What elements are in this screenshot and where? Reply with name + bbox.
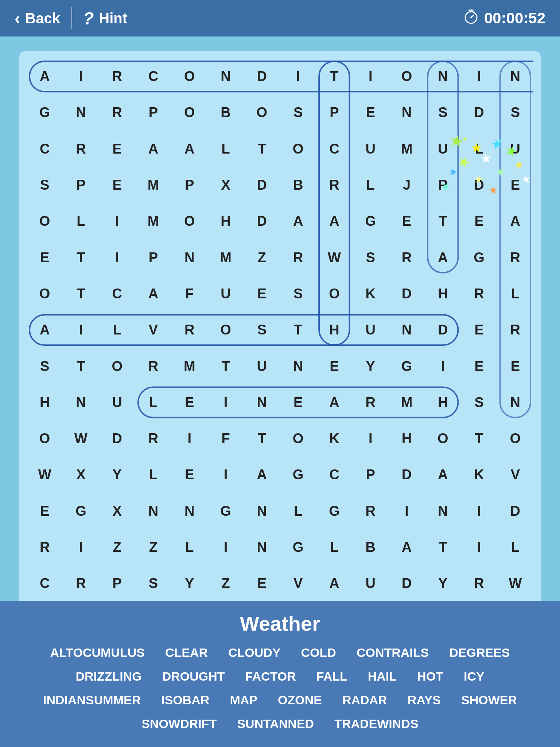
grid-cell[interactable]: A xyxy=(135,276,171,312)
grid-cell[interactable]: G xyxy=(316,493,352,529)
grid-cell[interactable]: Y xyxy=(425,565,461,601)
grid-cell[interactable]: N xyxy=(244,384,280,421)
grid-cell[interactable]: U xyxy=(353,131,389,167)
grid-cell[interactable]: V xyxy=(497,457,533,493)
grid-cell[interactable]: L xyxy=(497,529,533,565)
grid-cell[interactable]: O xyxy=(497,421,533,457)
grid-cell[interactable]: E xyxy=(280,384,316,421)
grid-cell[interactable]: I xyxy=(63,529,99,565)
grid-cell[interactable]: A xyxy=(425,239,461,275)
grid-cell[interactable]: O xyxy=(280,131,316,167)
grid-cell[interactable]: E xyxy=(244,565,280,601)
grid-cell[interactable]: L xyxy=(135,384,171,421)
grid-cell[interactable]: U xyxy=(353,312,389,348)
grid-cell[interactable]: N xyxy=(425,493,461,529)
grid-cell[interactable]: O xyxy=(99,348,135,384)
grid-cell[interactable]: S xyxy=(244,312,280,348)
grid-cell[interactable]: H xyxy=(316,312,352,348)
grid-cell[interactable]: G xyxy=(461,239,497,275)
grid-cell[interactable]: E xyxy=(353,94,389,131)
grid-cell[interactable]: N xyxy=(244,529,280,565)
grid-cell[interactable]: G xyxy=(280,529,316,565)
grid-cell[interactable]: E xyxy=(171,457,207,493)
grid-cell[interactable]: R xyxy=(135,421,171,457)
grid-cell[interactable]: M xyxy=(389,384,425,421)
grid-cell[interactable]: I xyxy=(389,493,425,529)
grid-cell[interactable]: V xyxy=(280,565,316,601)
grid-cell[interactable]: A xyxy=(27,312,63,348)
grid-cell[interactable]: L xyxy=(63,203,99,239)
grid-cell[interactable]: N xyxy=(280,348,316,384)
grid-cell[interactable]: G xyxy=(27,94,63,131)
grid-cell[interactable]: X xyxy=(63,457,99,493)
grid-cell[interactable]: H xyxy=(27,384,63,421)
grid-cell[interactable]: E xyxy=(27,239,63,275)
grid-cell[interactable]: P xyxy=(353,457,389,493)
grid-cell[interactable]: H xyxy=(207,203,244,239)
grid-cell[interactable]: M xyxy=(171,348,207,384)
grid-cell[interactable]: I xyxy=(353,58,389,94)
grid-cell[interactable]: S xyxy=(461,384,497,421)
grid-cell[interactable]: O xyxy=(280,421,316,457)
grid-cell[interactable]: S xyxy=(27,348,63,384)
grid-cell[interactable]: I xyxy=(207,529,244,565)
grid-cell[interactable]: A xyxy=(316,203,352,239)
grid-cell[interactable]: V xyxy=(135,312,171,348)
grid-cell[interactable]: R xyxy=(99,58,135,94)
grid-cell[interactable]: I xyxy=(280,58,316,94)
grid-cell[interactable]: S xyxy=(353,239,389,275)
grid-cell[interactable]: A xyxy=(497,203,533,239)
grid-cell[interactable]: H xyxy=(389,421,425,457)
grid-cell[interactable]: W xyxy=(497,565,533,601)
word-search-grid[interactable]: AIRCONDITIONINGNRPOBOSPENSDSCREAALTOCUMU… xyxy=(27,58,533,674)
grid-cell[interactable]: Y xyxy=(171,565,207,601)
grid-cell[interactable]: Z xyxy=(99,529,135,565)
grid-cell[interactable]: S xyxy=(280,94,316,131)
grid-cell[interactable]: O xyxy=(171,203,207,239)
grid-cell[interactable]: D xyxy=(244,167,280,203)
grid-cell[interactable]: O xyxy=(27,421,63,457)
grid-cell[interactable]: C xyxy=(27,131,63,167)
grid-cell[interactable]: N xyxy=(389,312,425,348)
grid-cell[interactable]: W xyxy=(316,239,352,275)
grid-cell[interactable]: D xyxy=(497,493,533,529)
grid-cell[interactable]: D xyxy=(461,167,497,203)
grid-cell[interactable]: S xyxy=(425,94,461,131)
grid-cell[interactable]: M xyxy=(207,239,244,275)
grid-cell[interactable]: N xyxy=(207,58,244,94)
grid-cell[interactable]: B xyxy=(280,167,316,203)
grid-cell[interactable]: S xyxy=(497,94,533,131)
grid-cell[interactable]: G xyxy=(280,457,316,493)
grid-cell[interactable]: R xyxy=(63,565,99,601)
grid-cell[interactable]: T xyxy=(280,312,316,348)
grid-cell[interactable]: B xyxy=(207,94,244,131)
grid-cell[interactable]: E xyxy=(389,203,425,239)
grid-cell[interactable]: N xyxy=(135,493,171,529)
grid-cell[interactable]: P xyxy=(316,94,352,131)
grid-cell[interactable]: D xyxy=(461,94,497,131)
grid-cell[interactable]: N xyxy=(497,384,533,421)
grid-cell[interactable]: S xyxy=(280,276,316,312)
grid-cell[interactable]: E xyxy=(461,348,497,384)
grid-cell[interactable]: J xyxy=(389,167,425,203)
grid-cell[interactable]: O xyxy=(316,276,352,312)
grid-cell[interactable]: I xyxy=(99,203,135,239)
grid-cell[interactable]: A xyxy=(27,58,63,94)
grid-cell[interactable]: T xyxy=(461,421,497,457)
grid-cell[interactable]: T xyxy=(316,58,352,94)
grid-cell[interactable]: M xyxy=(135,167,171,203)
grid-cell[interactable]: T xyxy=(244,421,280,457)
grid-cell[interactable]: D xyxy=(99,421,135,457)
grid-cell[interactable]: T xyxy=(244,131,280,167)
grid-cell[interactable]: D xyxy=(389,457,425,493)
grid-cell[interactable]: T xyxy=(63,239,99,275)
grid-cell[interactable]: S xyxy=(27,167,63,203)
grid-cell[interactable]: I xyxy=(461,493,497,529)
grid-cell[interactable]: R xyxy=(461,276,497,312)
grid-cell[interactable]: D xyxy=(244,203,280,239)
grid-cell[interactable]: F xyxy=(171,276,207,312)
grid-cell[interactable]: T xyxy=(425,529,461,565)
grid-cell[interactable]: E xyxy=(244,276,280,312)
grid-cell[interactable]: N xyxy=(171,239,207,275)
grid-cell[interactable]: G xyxy=(207,493,244,529)
